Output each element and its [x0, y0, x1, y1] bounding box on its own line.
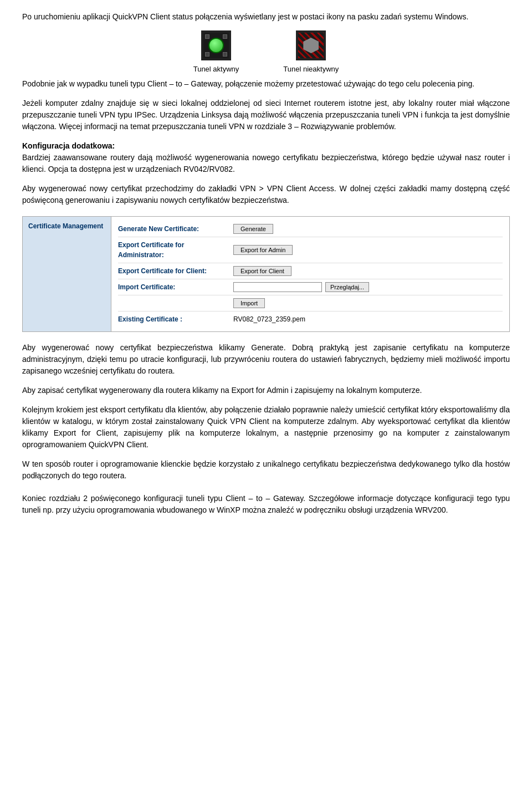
- paragraph-5-text: Aby wygenerować nowy certyfikat przechod…: [22, 184, 510, 205]
- paragraph-5: Aby wygenerować nowy certyfikat przechod…: [22, 183, 510, 206]
- paragraph-1: Po uruchomieniu aplikacji QuickVPN Clien…: [22, 11, 510, 23]
- cert-value-export-admin: Export for Admin: [233, 245, 503, 255]
- paragraph-4-header: Konfiguracja dodatkowa:: [22, 141, 115, 150]
- cert-sidebar: Certificate Management: [23, 217, 111, 331]
- paragraph-4: Konfiguracja dodatkowa: Bardziej zaawans…: [22, 140, 510, 175]
- cert-row-import: Import Certificate: Przeglądaj...: [118, 279, 503, 295]
- paragraph-7-text: Aby zapisać certyfikat wygenerowany dla …: [22, 386, 422, 395]
- import-button[interactable]: Import: [233, 298, 265, 308]
- cert-value-import: Przeglądaj...: [233, 282, 503, 292]
- paragraph-2: Podobnie jak w wypadku tuneli typu Clien…: [22, 78, 510, 90]
- active-tunnel-item: Tunel aktywny: [193, 30, 239, 75]
- existing-cert-value: RV082_0723_2359.pem: [233, 315, 305, 323]
- cert-panel-title: Certificate Management: [28, 222, 103, 230]
- active-tunnel-label: Tunel aktywny: [193, 64, 239, 75]
- paragraph-1-text: Po uruchomieniu aplikacji QuickVPN Clien…: [22, 12, 468, 21]
- paragraph-10: Koniec rozdziału 2 poświęconego konfigur…: [22, 493, 510, 516]
- import-file-input[interactable]: [233, 282, 322, 292]
- cert-row-export-admin: Export Certificate for Administrator: Ex…: [118, 237, 503, 263]
- paragraph-3-text: Jeżeli komputer zdalny znajduje się w si…: [22, 99, 510, 131]
- cert-value-export-client: Export for Client: [233, 266, 503, 276]
- export-admin-button[interactable]: Export for Admin: [233, 245, 293, 255]
- paragraph-4-text: Bardziej zaawansowane routery dają możli…: [22, 153, 510, 173]
- inactive-tunnel-item: Tunel nieaktywny: [283, 30, 339, 75]
- cert-content: Generate New Certificate: Generate Expor…: [111, 217, 509, 331]
- browse-button[interactable]: Przeglądaj...: [325, 282, 369, 292]
- paragraph-9: W ten sposób router i oprogramowanie kli…: [22, 458, 510, 482]
- export-client-button[interactable]: Export for Client: [233, 266, 291, 276]
- paragraph-8-text: Kolejnym krokiem jest eksport certyfikat…: [22, 405, 510, 449]
- cert-label-export-admin: Export Certificate for Administrator:: [118, 240, 229, 260]
- paragraph-10-text: Koniec rozdziału 2 poświęconego konfigur…: [22, 494, 510, 514]
- paragraph-7: Aby zapisać certyfikat wygenerowany dla …: [22, 385, 510, 396]
- cert-label-export-client: Export Certificate for Client:: [118, 266, 229, 276]
- paragraph-8: Kolejnym krokiem jest eksport certyfikat…: [22, 404, 510, 451]
- inactive-tunnel-label: Tunel nieaktywny: [283, 64, 339, 75]
- paragraph-6: Aby wygenerować nowy certyfikat bezpiecz…: [22, 342, 510, 377]
- cert-value-existing: RV082_0723_2359.pem: [233, 314, 503, 324]
- cert-value-generate: Generate: [233, 224, 503, 234]
- paragraph-6-text: Aby wygenerować nowy certyfikat bezpiecz…: [22, 343, 510, 375]
- tunel-icons-row: Tunel aktywny Tunel nieaktywny: [22, 30, 510, 75]
- generate-button[interactable]: Generate: [233, 224, 273, 234]
- cert-row-import-btn: Import: [118, 295, 503, 311]
- cert-label-import: Import Certificate:: [118, 282, 229, 292]
- cert-row-existing: Existing Certificate : RV082_0723_2359.p…: [118, 311, 503, 327]
- inactive-tunnel-icon: [296, 30, 326, 60]
- cert-row-export-client: Export Certificate for Client: Export fo…: [118, 263, 503, 279]
- cert-label-existing: Existing Certificate :: [118, 314, 229, 324]
- cert-row-generate: Generate New Certificate: Generate: [118, 221, 503, 237]
- paragraph-3: Jeżeli komputer zdalny znajduje się w si…: [22, 98, 510, 132]
- paragraph-2-text: Podobnie jak w wypadku tuneli typu Clien…: [22, 79, 474, 88]
- cert-label-generate: Generate New Certificate:: [118, 224, 229, 234]
- paragraph-9-text: W ten sposób router i oprogramowanie kli…: [22, 459, 510, 480]
- active-tunnel-icon: [201, 30, 231, 60]
- certificate-management-panel: Certificate Management Generate New Cert…: [22, 216, 510, 332]
